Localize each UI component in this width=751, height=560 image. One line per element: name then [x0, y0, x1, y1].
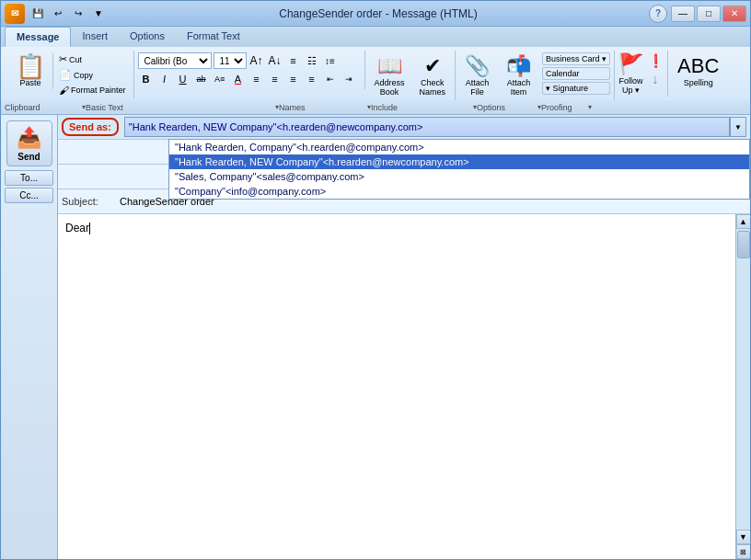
check-names-button[interactable]: ✔ CheckNames [414, 52, 452, 98]
align-left-btn[interactable]: ≡ [248, 71, 265, 87]
dropdown-item-0[interactable]: "Hank Rearden, Company"<h.rearden@compan… [169, 140, 749, 154]
increase-font-btn[interactable]: A↑ [248, 52, 265, 69]
ribbon-tabs: Message Insert Options Format Text [1, 27, 750, 47]
paste-button[interactable]: 📋 Paste [8, 52, 53, 89]
decrease-font-btn[interactable]: A↓ [267, 52, 283, 69]
sort-btn[interactable]: ↕≡ [322, 52, 339, 69]
clipboard-small-btns: ✂Cut 📄Copy 🖌Format Painter [57, 52, 128, 97]
scroll-corner: ⊠ [736, 544, 751, 559]
paste-icon: 📋 [16, 54, 45, 78]
bullets-btn[interactable]: ≡ [285, 52, 302, 69]
attach-file-label: AttachFile [466, 78, 490, 97]
check-names-icon: ✔ [424, 54, 441, 78]
tab-insert[interactable]: Insert [71, 27, 119, 47]
send-as-label: Send as: [62, 118, 119, 136]
font-family-select[interactable]: Calibri (Bo [138, 52, 212, 69]
send-button[interactable]: 📤 Send [6, 120, 52, 166]
attach-file-button[interactable]: 📎 AttachFile [459, 52, 495, 98]
bold-button[interactable]: B [138, 71, 155, 87]
tab-message[interactable]: Message [5, 27, 71, 47]
cc-button[interactable]: Cc... [5, 188, 53, 203]
paste-label: Paste [19, 78, 40, 87]
send-as-dropdown-btn[interactable]: ▼ [730, 117, 746, 137]
follow-up-label[interactable]: Follow Up ▾ [619, 76, 643, 95]
increase-indent-btn[interactable]: ⇥ [341, 71, 357, 87]
close-button[interactable]: ✕ [722, 6, 746, 22]
include-sub-btns: Business Card ▾ Calendar ▾ Signature [542, 52, 610, 95]
italic-button[interactable]: I [156, 71, 173, 87]
options-sub-btns: ❗ ↓ [647, 52, 664, 95]
font-color-btn[interactable]: A [230, 71, 247, 87]
app-icon: ✉ [5, 4, 25, 24]
format-painter-button[interactable]: 🖌Format Painter [57, 84, 128, 97]
copy-icon: 📄 [59, 69, 72, 81]
minimize-button[interactable]: — [671, 6, 695, 22]
scroll-down-btn[interactable]: ▼ [736, 530, 751, 544]
tab-format-text[interactable]: Format Text [176, 27, 251, 47]
calendar-button[interactable]: Calendar [542, 67, 610, 80]
high-importance-btn[interactable]: ❗ [647, 52, 664, 69]
ribbon-group-labels: Clipboard ▾ Basic Text ▾ Names ▾ Include… [1, 100, 750, 115]
address-book-label: AddressBook [375, 78, 405, 97]
dropdown-item-2[interactable]: "Sales, Company"<sales@company.com> [169, 169, 749, 184]
numbering-btn[interactable]: ☷ [304, 52, 320, 69]
scroll-up-btn[interactable]: ▲ [736, 214, 751, 229]
font-size-select[interactable]: 11 [214, 52, 247, 69]
scroll-thumb[interactable] [737, 231, 750, 258]
send-as-input[interactable] [124, 117, 730, 137]
send-label: Send [17, 152, 40, 162]
dropdown-item-3[interactable]: "Company"<info@company.com> [169, 184, 749, 199]
tab-options[interactable]: Options [119, 27, 176, 47]
business-card-button[interactable]: Business Card ▾ [542, 52, 610, 65]
follow-up-icon: 🚩 [618, 52, 643, 76]
address-book-button[interactable]: 📖 AddressBook [369, 52, 410, 98]
options-group: 🚩 Follow Up ▾ ❗ ↓ [615, 51, 668, 97]
save-quick-btn[interactable]: 💾 [29, 5, 47, 23]
text-cursor [89, 223, 90, 234]
highlight-btn[interactable]: A≡ [212, 71, 228, 87]
signature-button[interactable]: ▾ Signature [542, 82, 610, 95]
send-as-dropdown-list: "Hank Rearden, Company"<h.rearden@compan… [168, 139, 750, 200]
right-compose-panel: Send as: ▼ "Hank Rearden, Company"<h.rea… [58, 115, 750, 559]
proofing-group-label: Proofing ▾ [541, 103, 592, 112]
proofing-expand-icon[interactable]: ▾ [588, 103, 592, 111]
low-importance-btn[interactable]: ↓ [647, 71, 664, 87]
attach-file-icon: 📎 [465, 54, 490, 78]
check-names-label: CheckNames [420, 78, 446, 97]
align-center-btn[interactable]: ≡ [267, 71, 283, 87]
align-right-btn[interactable]: ≡ [285, 71, 302, 87]
spelling-button[interactable]: ABC Spelling [672, 52, 724, 89]
underline-button[interactable]: U [175, 71, 191, 87]
font-row-1: Calibri (Bo 11 A↑ A↓ ≡ ☷ ↕≡ [138, 52, 357, 69]
redo-btn[interactable]: ↪ [69, 5, 87, 23]
window-controls: — □ ✕ [671, 6, 746, 22]
attach-item-button[interactable]: 📬 AttachItem [501, 52, 537, 98]
cut-icon: ✂ [59, 53, 67, 65]
cut-button[interactable]: ✂Cut [57, 52, 128, 66]
vertical-scrollbar: ▲ ▼ ⊠ [735, 214, 750, 559]
attach-item-icon: 📬 [506, 54, 531, 78]
to-button[interactable]: To... [5, 170, 53, 186]
subject-label: Subject: [62, 196, 112, 207]
compose-area: 📤 Send To... Cc... Send as: ▼ "Hank Rear… [1, 115, 750, 559]
dropdown-item-1[interactable]: "Hank Rearden, NEW Company"<h.rearden@ne… [169, 154, 749, 169]
copy-button[interactable]: 📄Copy [57, 68, 128, 82]
spelling-label: Spelling [684, 78, 713, 87]
undo-btn[interactable]: ↩ [49, 5, 67, 23]
font-row-2: B I U ab A≡ A ≡ ≡ ≡ ≡ ⇤ ⇥ [138, 71, 357, 87]
body-area: Dear ▲ ▼ ⊠ [58, 214, 750, 559]
title-bar: ✉ 💾 ↩ ↪ ▼ ChangeSender order - Message (… [1, 1, 750, 27]
justify-btn[interactable]: ≡ [304, 71, 320, 87]
maximize-button[interactable]: □ [697, 6, 721, 22]
address-book-icon: 📖 [377, 54, 402, 78]
decrease-indent-btn[interactable]: ⇤ [322, 71, 339, 87]
scroll-track[interactable] [737, 229, 750, 530]
send-as-row: Send as: ▼ "Hank Rearden, Company"<h.rea… [58, 115, 750, 140]
qa-dropdown-btn[interactable]: ▼ [89, 5, 108, 23]
clipboard-group-label: Clipboard ▾ [5, 103, 86, 112]
strikethrough-button[interactable]: ab [193, 71, 210, 87]
help-button[interactable]: ? [649, 5, 667, 23]
window-frame: ✉ 💾 ↩ ↪ ▼ ChangeSender order - Message (… [0, 0, 751, 560]
options-group-label: Options ▾ [477, 103, 541, 112]
email-body[interactable]: Dear [58, 214, 735, 559]
